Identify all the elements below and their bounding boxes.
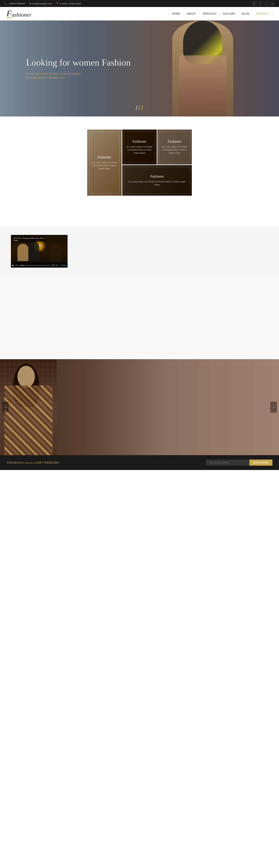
hero-dot-2[interactable] <box>138 105 141 110</box>
progress-bar[interactable] <box>21 265 51 266</box>
video-section: STA+US | Chicago Fashion Fest 2014 Statu… <box>0 226 279 276</box>
card-3-title: Fashioner <box>161 140 189 144</box>
gallery-section: ‹ › <box>0 359 279 455</box>
card-3-content: Fashioner In sit amet sapien eros Intege… <box>157 136 192 158</box>
location-icon: 📍 <box>56 2 59 5</box>
top-bar-social: ℹ f t in <box>252 1 275 6</box>
subscribe-email-input[interactable] <box>206 460 249 466</box>
location-text: London, Jasmin Road <box>60 2 81 5</box>
email-info: ✉ mail@example.com <box>29 2 52 5</box>
main-nav: HOME ABOUT SERVICES GALLERY BLOG CONTACT <box>169 11 273 17</box>
hero-subtitle: Lorem ipsum dolor sit amet, consectetur … <box>26 71 130 80</box>
play-button[interactable]: ▶ <box>12 264 14 267</box>
logo-rest: ashioner <box>11 11 31 18</box>
location-info: 📍 London, Jasmin Road <box>56 2 81 5</box>
card-1-title: Fashioner <box>90 155 118 159</box>
nav-services[interactable]: SERVICES <box>199 11 220 17</box>
phone-number: +440 875369208 <box>8 2 25 5</box>
content-spacer <box>0 276 279 359</box>
card-fashioner-1[interactable]: Fashioner In sit amet sapien eros Intege… <box>87 129 122 196</box>
video-time: 00/16 <box>15 264 19 266</box>
card-4-content: Fashioner In sit amet sapien eros Intege… <box>122 171 192 189</box>
video-title-text: STA+US | Chicago Fashion Fest 2014 <box>13 237 43 239</box>
video-title-overlay: STA+US | Chicago Fashion Fest 2014 Statu… <box>13 237 44 242</box>
subscribe-area: SUBSCRIBE <box>206 460 273 466</box>
card-2-text: In sit amet sapien eros Integer In tinci… <box>126 145 153 154</box>
card-4-text: In sit amet sapien eros Integer In tinci… <box>126 180 189 186</box>
prev-arrow-icon: ‹ <box>5 405 6 410</box>
phone-icon: 📞 <box>4 2 7 5</box>
footer: 访问幻夜论坛bbs.xfeniao.com觉得下资源是必须的！ SUBSCRIB… <box>0 455 279 470</box>
video-person-3 <box>50 245 61 261</box>
card-1-text: In sit amet sapien eros Integer In tinci… <box>90 161 118 170</box>
social-twitter-icon[interactable]: t <box>264 1 269 6</box>
hero-content: Looking for women Fashion Lorem ipsum do… <box>0 57 130 80</box>
hero-title: Looking for women Fashion <box>26 57 130 68</box>
social-facebook-icon[interactable]: f <box>258 1 262 6</box>
logo-letter: F <box>6 9 11 18</box>
volume-icon[interactable]: 🔊 <box>52 264 55 266</box>
gallery-prev-button[interactable]: ‹ <box>2 402 9 413</box>
top-bar-left: 📞 +440 875369208 ✉ mail@example.com 📍 Lo… <box>4 2 81 5</box>
hero-section: Looking for women Fashion Lorem ipsum do… <box>0 21 279 117</box>
hero-model <box>159 21 246 117</box>
nav-home[interactable]: HOME <box>169 11 184 17</box>
card-2-title: Fashioner <box>126 140 153 144</box>
card-fashioner-2[interactable]: Fashioner In sit amet sapien eros Intege… <box>122 129 157 164</box>
fullscreen-icon[interactable]: ⛶ <box>58 264 60 266</box>
vimeo-logo: vimeo <box>61 264 66 266</box>
progress-fill <box>21 265 24 266</box>
card-3-text: In sit amet sapien eros Integer In tinci… <box>161 145 189 154</box>
hero-subtitle-line2: elit.Proin ultrices vestibulum velit. <box>26 76 65 79</box>
video-icons: 🔊 ⚙ ⛶ <box>52 264 60 266</box>
social-instagram-icon[interactable]: in <box>270 1 275 6</box>
video-person-2 <box>28 241 39 261</box>
phone-info: 📞 +440 875369208 <box>4 2 25 5</box>
video-subtitle-text: Status <box>13 239 43 241</box>
social-info-icon[interactable]: ℹ <box>252 1 256 6</box>
hero-dots <box>136 105 143 110</box>
nav-gallery[interactable]: GALLERY <box>220 11 239 17</box>
next-arrow-icon: › <box>273 405 274 410</box>
model-coat <box>4 385 52 455</box>
hero-subtitle-line1: Lorem ipsum dolor sit amet, consectetur … <box>26 72 81 75</box>
model-face <box>18 366 35 388</box>
cards-section: Fashioner In sit amet sapien eros Intege… <box>0 129 279 209</box>
email-icon: ✉ <box>29 2 31 5</box>
card-1-content: Fashioner In sit amet sapien eros Intege… <box>87 152 122 174</box>
card-fashioner-3[interactable]: Fashioner In sit amet sapien eros Intege… <box>157 129 192 164</box>
subscribe-button[interactable]: SUBSCRIBE <box>249 460 273 466</box>
gallery-next-button[interactable]: › <box>270 402 277 413</box>
settings-icon[interactable]: ⚙ <box>55 264 57 266</box>
nav-about[interactable]: ABOUT <box>184 11 199 17</box>
cards-grid: Fashioner In sit amet sapien eros Intege… <box>87 129 192 196</box>
top-bar: 📞 +440 875369208 ✉ mail@example.com 📍 Lo… <box>0 0 279 7</box>
nav-contact[interactable]: CONTACT <box>253 11 273 17</box>
card-fashioner-4[interactable]: Fashioner In sit amet sapien eros Intege… <box>122 165 192 196</box>
email-address: mail@example.com <box>32 2 52 5</box>
logo: F ashioner <box>6 9 31 18</box>
spacer-2 <box>0 209 279 226</box>
video-player[interactable]: STA+US | Chicago Fashion Fest 2014 Statu… <box>11 235 68 268</box>
video-controls[interactable]: ▶ 00/16 🔊 ⚙ ⛶ vimeo <box>11 263 68 268</box>
video-person-1 <box>18 244 28 261</box>
footer-promo-text: 访问幻夜论坛bbs.xfeniao.com觉得下资源是必须的！ <box>6 461 61 464</box>
spacer-1 <box>0 117 279 129</box>
card-4-title: Fashioner <box>126 175 189 178</box>
header: F ashioner HOME ABOUT SERVICES GALLERY B… <box>0 7 279 21</box>
nav-blog[interactable]: BLOG <box>239 11 253 17</box>
card-2-content: Fashioner In sit amet sapien eros Intege… <box>122 136 157 158</box>
